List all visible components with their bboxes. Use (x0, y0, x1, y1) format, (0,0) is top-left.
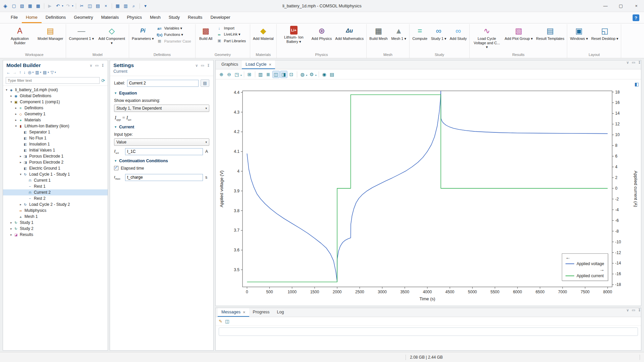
table-icon[interactable]: ≣ (265, 71, 272, 78)
minimize-button[interactable]: — (598, 0, 613, 12)
collapse-all-caret-icon[interactable]: ▾ (40, 71, 41, 74)
cut-icon[interactable]: ✂ (78, 2, 86, 10)
menu-tab-home[interactable]: Home (22, 12, 42, 23)
y-axis-data-icon[interactable]: ▥ (257, 71, 264, 78)
image-export-caret-icon[interactable]: ▾ (306, 74, 308, 77)
zoom-in-icon[interactable]: ⊕ (218, 71, 225, 78)
tree-node-rest-1[interactable]: −Rest 1 (3, 183, 108, 189)
plot-area[interactable]: 0500100015002000250030003500400045005000… (216, 79, 641, 306)
expand-all-caret-icon[interactable]: ▾ (48, 71, 49, 74)
rename-button[interactable]: ▤ (201, 79, 209, 87)
redo-icon[interactable]: ↷ (64, 2, 72, 10)
clear-icon[interactable]: ✎ (219, 319, 222, 324)
collapse-icon[interactable]: ∨ (626, 308, 629, 317)
tree-node-current-1[interactable]: ⊓Current 1 (3, 177, 108, 183)
ribbon-import-button[interactable]: ↓Import (216, 25, 249, 31)
float-icon[interactable]: ▭ (632, 308, 635, 317)
tree-node-electric-ground-1[interactable]: ◧Electric Ground 1 (3, 165, 108, 171)
graphics-tab-graphics[interactable]: Graphics (218, 60, 242, 69)
print-icon[interactable]: ▤ (328, 71, 336, 78)
ribbon-parameters-button[interactable]: PiParameters ▾ (130, 24, 155, 52)
ribbon-mesh-1-button[interactable]: ▲Mesh 1 ▾ (390, 24, 408, 52)
collapse-icon[interactable]: ∨ (195, 63, 198, 68)
ribbon-component-1-button[interactable]: —Component 1 ▾ (67, 24, 95, 52)
maximize-button[interactable]: ▢ (613, 0, 629, 12)
close-icon[interactable]: × (269, 62, 272, 67)
forward-icon[interactable]: → (12, 70, 17, 75)
tree-node-study-2[interactable]: ▸↻Study 2 (3, 226, 108, 232)
zoom-out-icon[interactable]: ⊖ (225, 71, 233, 78)
plot-settings-caret-icon[interactable]: ▾ (315, 74, 317, 77)
expand-arrow-icon[interactable]: ▸ (9, 227, 13, 230)
copy-icon[interactable]: ◫ (86, 2, 94, 10)
tree-node-study-1[interactable]: ▸↻Study 1 (3, 220, 108, 226)
expand-arrow-icon[interactable]: ▸ (18, 161, 23, 164)
float-icon[interactable]: ▭ (201, 63, 204, 68)
menu-tab-file[interactable]: File (7, 12, 22, 23)
tree-node-materials[interactable]: ▸●Materials (3, 117, 108, 123)
input-type-select[interactable]: Value ▾ (114, 138, 209, 146)
ribbon-compute-button[interactable]: =Compute (411, 24, 429, 52)
expand-arrow-icon[interactable]: ▸ (14, 118, 18, 122)
zoom-extents-icon[interactable]: ◳ (233, 71, 240, 78)
evaluate-icon[interactable]: ▥ (122, 2, 129, 10)
tree-node-global-definitions[interactable]: ▸◉Global Definitions (3, 93, 108, 99)
insert-table-icon[interactable]: ▦ (114, 2, 121, 10)
tree-node-multiphysics[interactable]: ∞Multiphysics (3, 207, 108, 214)
expand-arrow-icon[interactable]: ▸ (9, 233, 13, 236)
ribbon-add-study-button[interactable]: ∞Add Study (448, 24, 468, 52)
ribbon-functions-button[interactable]: f(x)Functions ▾ (156, 32, 194, 38)
tree-node-lithium-ion-battery-liion[interactable]: ▾▮Lithium-Ion Battery (liion) (3, 123, 108, 129)
show-equation-select[interactable]: Study 1, Time Dependent ▾ (114, 105, 209, 112)
run-icon[interactable]: ▶ (46, 2, 54, 10)
default-view-icon[interactable]: ⊞ (246, 71, 253, 78)
close-icon[interactable]: × (243, 310, 246, 315)
ribbon-model-manager-button[interactable]: ▤Model Manager (36, 24, 64, 52)
graphics-tab-load-cycle[interactable]: Load Cycle× (242, 60, 275, 69)
menu-tab-geometry[interactable]: Geometry (70, 12, 97, 23)
ribbon-build-all-button[interactable]: ▩Build All (197, 24, 215, 52)
collapse-icon[interactable]: ∨ (626, 60, 629, 69)
expand-arrow-icon[interactable]: ▾ (14, 124, 18, 128)
copy-text-icon[interactable]: ◫ (225, 319, 229, 324)
pin-icon[interactable]: ↧ (101, 63, 104, 68)
tree-node-separator-1[interactable]: ◧Separator 1 (3, 129, 108, 135)
expand-arrow-icon[interactable]: ▸ (14, 112, 18, 116)
pin-icon[interactable]: ↧ (207, 63, 210, 68)
expand-arrow-icon[interactable]: ▸ (9, 94, 13, 98)
expand-arrow-icon[interactable]: ▸ (18, 203, 23, 206)
elapsed-time-checkbox[interactable] (114, 166, 118, 170)
lock-axes-icon[interactable]: ⊡ (288, 71, 295, 78)
open-icon[interactable]: ▧ (18, 2, 26, 10)
tree-node-load-cycle-1-study-1[interactable]: ▾↻Load Cycle 1 - Study 1 (3, 171, 108, 177)
expand-arrow-icon[interactable]: ▸ (18, 155, 23, 158)
ribbon-lithium-ion-battery-button[interactable]: Li+Lithium- Ion Battery ▾ (278, 24, 310, 52)
menu-tab-definitions[interactable]: Definitions (42, 12, 70, 23)
pin-icon[interactable]: ↧ (638, 60, 641, 69)
ribbon-livelink-button[interactable]: ∞LiveLink ▾ (216, 32, 249, 37)
ribbon-add-component-button[interactable]: ◇Add Component ▾ (96, 24, 127, 52)
messages-tab-progress[interactable]: Progress (249, 308, 273, 317)
ribbon-windows-button[interactable]: ▣Windows ▾ (569, 24, 589, 52)
menu-tab-results[interactable]: Results (184, 12, 206, 23)
node-label-input[interactable] (127, 80, 199, 87)
image-export-icon[interactable]: ◍ (299, 71, 306, 78)
model-tree-node-text-icon[interactable]: ▽ (50, 70, 54, 75)
tree-node-porous-electrode-2[interactable]: ▸◨Porous Electrode 2 (3, 159, 108, 165)
ribbon-variables-button[interactable]: a=Variables ▾ (156, 25, 194, 31)
tree-node-porous-electrode-1[interactable]: ▸◨Porous Electrode 1 (3, 153, 108, 159)
tree-node-component-1-comp1[interactable]: ▾▣Component 1 (comp1) (3, 99, 108, 105)
collapse-all-icon[interactable]: ▥ (35, 70, 40, 75)
tree-node-geometry-1[interactable]: ▸◇Geometry 1 (3, 111, 108, 117)
plot-panel-flyout-icon[interactable]: ◧ (635, 81, 639, 87)
menu-tab-mesh[interactable]: Mesh (146, 12, 165, 23)
ribbon-result-templates-button[interactable]: ▤Result Templates (535, 24, 566, 52)
tree-node-rest-2[interactable]: −Rest 2 (3, 195, 108, 201)
paste-icon[interactable]: ▤ (94, 2, 102, 10)
expand-arrow-icon[interactable]: ▸ (9, 221, 13, 224)
tree-node-insulation-1[interactable]: ◧Insulation 1 (3, 141, 108, 147)
tmax-input[interactable] (125, 174, 203, 181)
ribbon-parameter-case-button[interactable]: ▦Parameter Case (156, 38, 194, 44)
back-icon[interactable]: ← (6, 70, 11, 75)
zoom-extents-caret-icon[interactable]: ▾ (240, 74, 242, 77)
